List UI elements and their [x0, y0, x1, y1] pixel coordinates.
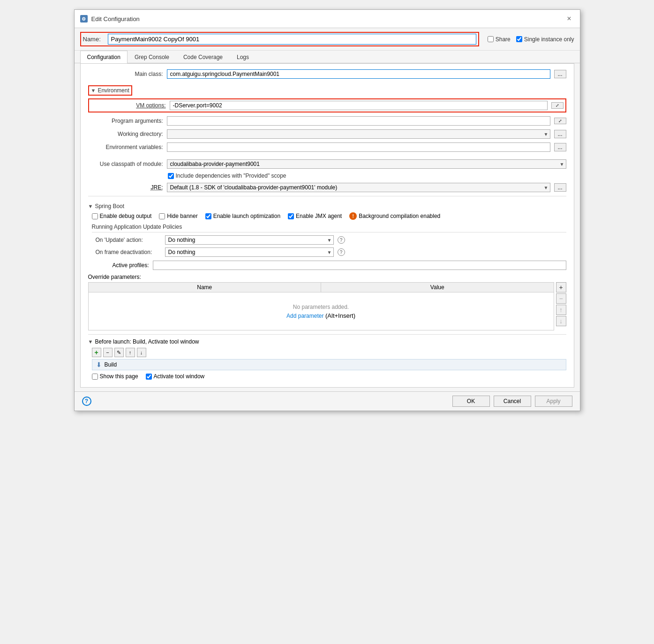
enable-jmx-check[interactable]: Enable JMX agent	[288, 213, 342, 219]
environment-section-header[interactable]: ▼ Environment	[88, 85, 132, 96]
main-class-browse-button[interactable]: ...	[554, 70, 566, 78]
background-compilation-label: Background compilation enabled	[359, 213, 440, 219]
enable-launch-label: Enable launch optimization	[213, 213, 280, 219]
environment-variables-row: Environment variables: ...	[88, 142, 566, 152]
name-row: Name: Share Single instance only	[75, 28, 580, 51]
override-params: Override parameters: Name Value No param…	[88, 274, 566, 330]
main-class-row: Main class: ...	[88, 69, 566, 79]
params-add-button[interactable]: +	[556, 282, 566, 292]
activate-window-checkbox[interactable]	[146, 374, 152, 380]
spring-boot-section: ▼ Spring Boot Enable debug output Hide b…	[88, 196, 566, 257]
vm-options-input[interactable]	[170, 101, 548, 110]
share-checkbox-label[interactable]: Share	[488, 36, 511, 43]
params-side-buttons: + − ↑ ↓	[556, 282, 566, 330]
apply-button[interactable]: Apply	[535, 396, 572, 407]
on-frame-select[interactable]: Do nothing Update classes and resources …	[165, 247, 334, 257]
activate-window-check[interactable]: Activate tool window	[146, 373, 205, 380]
working-directory-row: Working directory: ▼ ...	[88, 129, 566, 139]
title-bar-left: ⚙ Edit Configuration	[80, 15, 140, 22]
close-button[interactable]: ×	[564, 14, 574, 24]
on-frame-help-icon[interactable]: ?	[338, 248, 345, 256]
name-input[interactable]	[108, 34, 476, 45]
tabs: Configuration Grep Console Code Coverage…	[75, 51, 580, 63]
environment-label: Environment	[98, 87, 129, 94]
classpath-select-wrapper: cloudalibaba-provider-payment9001 ▼	[167, 159, 566, 169]
tab-grep-console[interactable]: Grep Console	[128, 51, 176, 63]
environment-variables-browse-button[interactable]: ...	[554, 143, 566, 151]
share-checkbox[interactable]	[488, 36, 494, 42]
enable-debug-checkbox[interactable]	[92, 213, 98, 219]
show-page-label: Show this page	[100, 373, 138, 380]
build-item[interactable]: ⬇ Build	[92, 359, 566, 370]
working-directory-select[interactable]	[167, 129, 550, 139]
enable-debug-check[interactable]: Enable debug output	[92, 213, 152, 219]
main-content: Main class: ... ▼ Environment VM options…	[80, 63, 574, 388]
single-instance-checkbox[interactable]	[516, 36, 522, 42]
cancel-button[interactable]: Cancel	[494, 396, 531, 407]
on-update-select[interactable]: Do nothing Update classes and resources …	[165, 235, 334, 245]
hide-banner-checkbox[interactable]	[159, 213, 165, 219]
on-update-help-icon[interactable]: ?	[338, 236, 345, 244]
tab-code-coverage[interactable]: Code Coverage	[176, 51, 230, 63]
name-label: Name:	[83, 36, 104, 43]
add-parameter-shortcut: (Alt+Insert)	[325, 312, 355, 319]
before-launch-up-button[interactable]: ↑	[126, 348, 135, 357]
single-instance-checkbox-label[interactable]: Single instance only	[516, 36, 574, 43]
params-table-container: Name Value No parameters added. Add para…	[88, 282, 554, 330]
params-move-down-button[interactable]: ↓	[556, 316, 566, 326]
ok-button[interactable]: OK	[452, 396, 490, 407]
single-instance-label: Single instance only	[524, 36, 574, 43]
enable-jmx-checkbox[interactable]	[288, 213, 294, 219]
title-bar: ⚙ Edit Configuration ×	[75, 10, 580, 28]
include-deps-checkbox-label[interactable]: Include dependencies with "Provided" sco…	[168, 172, 286, 179]
dialog-title: Edit Configuration	[91, 15, 140, 22]
before-launch-header[interactable]: ▼ Before launch: Build, Activate tool wi…	[88, 338, 566, 345]
on-frame-row: On frame deactivation: Do nothing Update…	[96, 247, 566, 257]
on-update-label: On 'Update' action:	[96, 237, 161, 243]
params-value-header: Value	[321, 283, 554, 292]
help-button[interactable]: ?	[82, 397, 91, 406]
show-page-check[interactable]: Show this page	[92, 373, 138, 380]
classpath-label: Use classpath of module:	[88, 161, 163, 167]
jre-browse-button[interactable]: ...	[554, 183, 566, 192]
on-update-select-wrapper: Do nothing Update classes and resources …	[165, 235, 334, 245]
spring-boot-section-header[interactable]: ▼ Spring Boot	[88, 203, 566, 210]
before-launch-down-button[interactable]: ↓	[137, 348, 146, 357]
tab-configuration[interactable]: Configuration	[80, 51, 128, 63]
vm-options-expand-button[interactable]: ⤢	[551, 102, 564, 109]
before-launch-section: ▼ Before launch: Build, Activate tool wi…	[88, 334, 566, 370]
before-launch-edit-button[interactable]: ✎	[114, 348, 124, 357]
add-parameter-link[interactable]: Add parameter	[286, 313, 323, 319]
classpath-select[interactable]: cloudalibaba-provider-payment9001	[167, 159, 566, 169]
program-arguments-input[interactable]	[167, 116, 550, 126]
include-deps-label: Include dependencies with "Provided" sco…	[176, 172, 286, 179]
params-remove-button[interactable]: −	[556, 293, 566, 304]
on-frame-select-wrapper: Do nothing Update classes and resources …	[165, 247, 334, 257]
edit-configuration-dialog: ⚙ Edit Configuration × Name: Share Singl…	[74, 9, 580, 411]
main-class-input[interactable]	[167, 69, 550, 79]
jre-row: JRE: Default (1.8 - SDK of 'cloudalibaba…	[88, 183, 566, 192]
working-directory-select-wrapper: ▼	[167, 129, 550, 139]
tab-logs[interactable]: Logs	[230, 51, 256, 63]
program-arguments-label: Program arguments:	[88, 118, 163, 124]
build-label: Build	[105, 361, 117, 368]
hide-banner-check[interactable]: Hide banner	[159, 213, 197, 219]
app-icon: ⚙	[80, 15, 88, 22]
params-move-up-button[interactable]: ↑	[556, 305, 566, 315]
share-label: Share	[496, 36, 511, 43]
enable-launch-check[interactable]: Enable launch optimization	[205, 213, 280, 219]
active-profiles-label: Active profiles:	[88, 262, 149, 269]
before-launch-remove-button[interactable]: −	[103, 348, 113, 357]
classpath-row: Use classpath of module: cloudalibaba-pr…	[88, 159, 566, 169]
before-launch-add-button[interactable]: +	[92, 348, 101, 357]
params-header: Name Value	[89, 283, 554, 292]
active-profiles-input[interactable]	[153, 261, 566, 270]
name-wrapper: Name:	[80, 32, 479, 46]
program-arguments-expand-button[interactable]: ⤢	[554, 118, 566, 124]
show-page-checkbox[interactable]	[92, 374, 98, 380]
environment-variables-input[interactable]	[167, 142, 550, 152]
include-deps-checkbox[interactable]	[168, 173, 174, 179]
working-directory-browse-button[interactable]: ...	[554, 130, 566, 138]
enable-launch-checkbox[interactable]	[205, 213, 211, 219]
jre-select[interactable]: Default (1.8 - SDK of 'cloudalibaba-prov…	[167, 183, 550, 192]
